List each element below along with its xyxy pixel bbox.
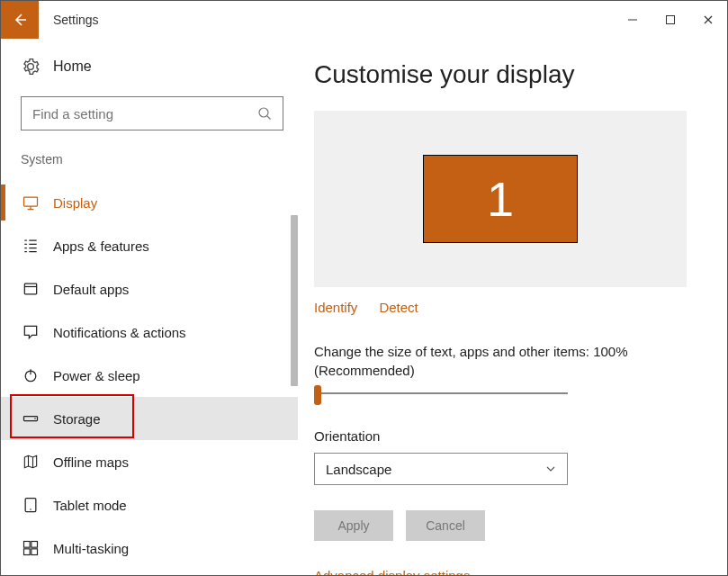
svg-rect-2 bbox=[24, 197, 38, 206]
sidebar-item-label: Multi-tasking bbox=[53, 541, 129, 556]
svg-point-6 bbox=[34, 418, 36, 419]
sidebar-item-apps[interactable]: Apps & features bbox=[1, 224, 298, 267]
orientation-label: Orientation bbox=[314, 428, 697, 444]
minimize-button[interactable] bbox=[614, 1, 652, 39]
close-button[interactable] bbox=[689, 1, 727, 39]
svg-rect-11 bbox=[24, 549, 31, 555]
sidebar-item-power[interactable]: Power & sleep bbox=[1, 354, 298, 397]
svg-point-1 bbox=[259, 108, 268, 117]
tablet-icon bbox=[21, 495, 40, 515]
default-apps-icon bbox=[21, 279, 40, 299]
sidebar-item-display[interactable]: Display bbox=[1, 181, 298, 224]
orientation-value: Landscape bbox=[326, 462, 391, 477]
back-arrow-icon bbox=[12, 12, 28, 28]
svg-rect-12 bbox=[31, 549, 38, 555]
content-area: Home System Display Apps & features bbox=[1, 39, 727, 575]
sidebar-item-default-apps[interactable]: Default apps bbox=[1, 267, 298, 310]
sidebar-item-label: Tablet mode bbox=[53, 498, 127, 513]
sidebar-item-maps[interactable]: Offline maps bbox=[1, 440, 298, 483]
nav-list: Display Apps & features Default apps Not… bbox=[1, 181, 298, 570]
home-label: Home bbox=[53, 58, 92, 75]
identify-detect-row: Identify Detect bbox=[314, 300, 697, 315]
sidebar-item-notifications[interactable]: Notifications & actions bbox=[1, 310, 298, 354]
sidebar-scrollbar[interactable] bbox=[291, 215, 298, 564]
monitor-number: 1 bbox=[487, 171, 514, 227]
sidebar-item-label: Notifications & actions bbox=[53, 325, 186, 340]
search-input[interactable] bbox=[32, 106, 257, 122]
apps-icon bbox=[21, 236, 40, 256]
scale-label: Change the size of text, apps and other … bbox=[314, 342, 697, 380]
identify-link[interactable]: Identify bbox=[314, 300, 357, 315]
sidebar-item-label: Offline maps bbox=[53, 454, 129, 470]
sidebar-item-label: Apps & features bbox=[53, 238, 149, 254]
window-controls bbox=[614, 1, 727, 39]
slider-thumb[interactable] bbox=[314, 385, 321, 405]
sidebar-item-label: Power & sleep bbox=[53, 368, 140, 383]
cancel-button[interactable]: Cancel bbox=[406, 510, 485, 541]
notifications-icon bbox=[21, 322, 40, 342]
button-row: Apply Cancel bbox=[314, 510, 697, 541]
storage-icon bbox=[21, 409, 40, 428]
sidebar-item-label: Default apps bbox=[53, 282, 129, 297]
section-label: System bbox=[21, 152, 298, 166]
power-icon bbox=[21, 365, 40, 385]
search-input-container[interactable] bbox=[21, 96, 283, 130]
sidebar-item-label: Storage bbox=[53, 411, 101, 427]
svg-rect-3 bbox=[24, 284, 36, 294]
back-button[interactable] bbox=[1, 1, 39, 39]
detect-link[interactable]: Detect bbox=[379, 300, 418, 315]
display-icon bbox=[21, 193, 40, 212]
maps-icon bbox=[21, 452, 40, 472]
multitask-icon bbox=[21, 538, 40, 558]
sidebar: Home System Display Apps & features bbox=[1, 39, 298, 575]
apply-button[interactable]: Apply bbox=[314, 510, 393, 541]
restore-button[interactable] bbox=[652, 1, 689, 39]
window-title: Settings bbox=[53, 13, 99, 27]
monitor-tile[interactable]: 1 bbox=[423, 155, 578, 243]
svg-rect-10 bbox=[31, 542, 38, 548]
search-icon bbox=[257, 106, 272, 121]
sidebar-item-label: Display bbox=[53, 195, 97, 211]
home-link[interactable]: Home bbox=[21, 57, 298, 76]
restore-icon bbox=[665, 14, 676, 25]
slider-track bbox=[319, 392, 568, 394]
gear-icon bbox=[21, 57, 40, 76]
sidebar-scrollbar-thumb[interactable] bbox=[291, 215, 298, 386]
close-icon bbox=[703, 14, 714, 25]
titlebar: Settings bbox=[1, 1, 727, 39]
sidebar-item-multitask[interactable]: Multi-tasking bbox=[1, 526, 298, 570]
advanced-display-link[interactable]: Advanced display settings bbox=[314, 568, 697, 575]
page-title: Customise your display bbox=[314, 60, 697, 89]
scale-slider[interactable] bbox=[314, 385, 568, 403]
minimize-icon bbox=[627, 14, 638, 25]
sidebar-item-storage[interactable]: Storage bbox=[1, 397, 298, 440]
orientation-select[interactable]: Landscape bbox=[314, 453, 568, 485]
sidebar-item-tablet[interactable]: Tablet mode bbox=[1, 483, 298, 526]
svg-point-8 bbox=[30, 508, 31, 510]
display-preview[interactable]: 1 bbox=[314, 111, 687, 287]
chevron-down-icon bbox=[545, 464, 556, 474]
svg-rect-9 bbox=[24, 542, 31, 548]
svg-rect-0 bbox=[667, 16, 675, 24]
main-panel: Customise your display 1 Identify Detect… bbox=[298, 39, 727, 575]
